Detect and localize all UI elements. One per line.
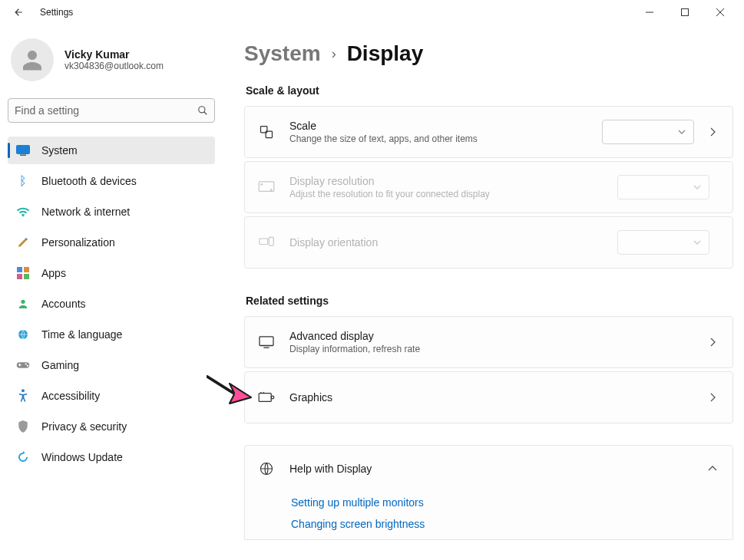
- help-links: Setting up multiple monitors Changing sc…: [245, 492, 732, 539]
- help-collapse[interactable]: [705, 466, 720, 472]
- card-sub: Change the size of text, apps, and other…: [289, 133, 602, 144]
- sidebar: Vicky Kumar vk304836@outlook.com System …: [0, 25, 223, 560]
- svg-rect-9: [24, 267, 29, 272]
- sidebar-item-apps[interactable]: Apps: [8, 259, 215, 287]
- chevron-down-icon: [693, 185, 701, 189]
- svg-rect-11: [24, 274, 29, 279]
- chevron-right-icon: [709, 127, 716, 137]
- scale-row[interactable]: Scale Change the size of text, apps, and…: [244, 106, 733, 158]
- svg-point-4: [199, 107, 205, 113]
- system-icon: [15, 143, 31, 158]
- sidebar-item-privacy[interactable]: Privacy & security: [8, 413, 215, 440]
- accounts-icon: [15, 296, 31, 311]
- back-button[interactable]: [6, 0, 31, 25]
- sidebar-item-time-language[interactable]: Time & language: [8, 321, 215, 348]
- card-title: Display resolution: [289, 175, 617, 187]
- sidebar-item-personalization[interactable]: Personalization: [8, 229, 215, 256]
- sidebar-item-accounts[interactable]: Accounts: [8, 290, 215, 318]
- sidebar-item-label: Privacy & security: [41, 420, 127, 433]
- maximize-button[interactable]: [667, 0, 703, 25]
- sidebar-item-bluetooth[interactable]: ᛒ Bluetooth & devices: [8, 167, 215, 195]
- help-card: Help with Display Setting up multiple mo…: [244, 445, 733, 540]
- section-heading-scale: Scale & layout: [246, 84, 733, 97]
- sidebar-item-network[interactable]: Network & internet: [8, 198, 215, 226]
- svg-rect-27: [259, 394, 271, 402]
- window-controls: [632, 0, 738, 25]
- advanced-display-row[interactable]: Advanced display Display information, re…: [244, 316, 733, 368]
- svg-rect-1: [682, 9, 689, 16]
- scale-dropdown[interactable]: [602, 120, 694, 144]
- chevron-right-icon: [709, 338, 716, 347]
- resolution-icon: [257, 178, 276, 196]
- help-link-brightness[interactable]: Changing screen brightness: [245, 513, 732, 535]
- section-heading-related: Related settings: [246, 295, 733, 307]
- orientation-dropdown: [617, 230, 709, 255]
- advanced-display-chevron[interactable]: [705, 338, 720, 347]
- close-icon: [716, 8, 724, 16]
- graphics-chevron[interactable]: [705, 393, 720, 402]
- minimize-button[interactable]: [632, 0, 667, 25]
- sidebar-item-label: Gaming: [41, 359, 79, 371]
- help-globe-icon: [257, 460, 276, 478]
- paintbrush-icon: [15, 235, 31, 250]
- sidebar-item-label: Accessibility: [41, 390, 100, 402]
- sidebar-item-gaming[interactable]: Gaming: [8, 351, 215, 379]
- sidebar-item-accessibility[interactable]: Accessibility: [8, 382, 215, 410]
- svg-rect-8: [17, 267, 22, 272]
- avatar: [11, 38, 54, 81]
- search-icon: [197, 105, 208, 116]
- chevron-down-icon: [678, 130, 686, 134]
- accessibility-icon: [15, 388, 31, 404]
- help-link-monitors[interactable]: Setting up multiple monitors: [245, 492, 732, 513]
- breadcrumb: System › Display: [244, 41, 733, 66]
- graphics-row[interactable]: Graphics: [244, 371, 733, 423]
- user-name: Vicky Kumar: [64, 48, 164, 61]
- nav-list: System ᛒ Bluetooth & devices Network & i…: [8, 137, 215, 471]
- svg-point-22: [270, 189, 272, 191]
- sidebar-item-system[interactable]: System: [8, 137, 215, 164]
- sidebar-item-windows-update[interactable]: Windows Update: [8, 443, 215, 471]
- chevron-right-icon: [709, 393, 716, 402]
- svg-line-5: [204, 112, 207, 115]
- orientation-icon: [257, 233, 276, 252]
- card-sub: Adjust the resolution to fit your connec…: [289, 189, 617, 199]
- search-input[interactable]: [15, 104, 197, 117]
- minimize-icon: [646, 8, 653, 16]
- wifi-icon: [15, 204, 31, 219]
- update-icon: [15, 450, 31, 465]
- scale-icon: [257, 123, 276, 141]
- chevron-right-icon: ›: [332, 46, 336, 62]
- svg-rect-6: [17, 146, 30, 154]
- svg-point-21: [261, 184, 263, 186]
- user-block[interactable]: Vicky Kumar vk304836@outlook.com: [8, 31, 215, 95]
- card-title: Scale: [289, 120, 602, 132]
- sidebar-item-label: Network & internet: [41, 206, 130, 218]
- sidebar-item-label: Apps: [41, 267, 66, 279]
- svg-rect-7: [20, 155, 26, 156]
- svg-rect-25: [260, 337, 273, 346]
- svg-point-15: [25, 363, 27, 364]
- card-title: Graphics: [289, 391, 705, 404]
- svg-rect-24: [269, 237, 273, 245]
- content-pane: System › Display Scale & layout Scale Ch…: [223, 25, 744, 560]
- svg-point-30: [271, 396, 274, 399]
- help-header[interactable]: Help with Display: [245, 446, 732, 492]
- breadcrumb-parent[interactable]: System: [244, 41, 321, 66]
- shield-icon: [15, 419, 31, 434]
- resolution-row: Display resolution Adjust the resolution…: [244, 161, 733, 213]
- orientation-row: Display orientation: [244, 216, 733, 268]
- sidebar-item-label: Personalization: [41, 236, 115, 249]
- search-box[interactable]: [8, 98, 215, 123]
- sidebar-item-label: Windows Update: [41, 451, 123, 463]
- svg-rect-23: [260, 239, 268, 245]
- scale-expand[interactable]: [705, 127, 720, 137]
- maximize-icon: [681, 8, 689, 16]
- titlebar: Settings: [0, 0, 744, 25]
- person-icon: [18, 46, 46, 74]
- svg-point-17: [21, 389, 25, 392]
- card-title: Help with Display: [289, 463, 705, 475]
- close-button[interactable]: [703, 0, 738, 25]
- svg-point-16: [27, 365, 28, 367]
- page-title: Display: [347, 41, 424, 66]
- apps-icon: [15, 265, 31, 281]
